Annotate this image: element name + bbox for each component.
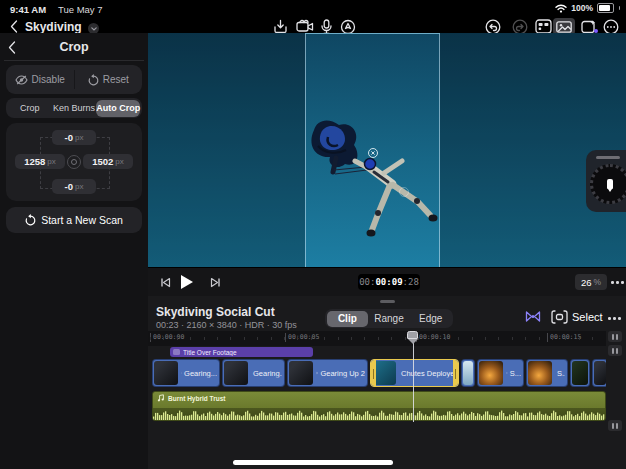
timeline-clip[interactable]: Gearing Up 2 (287, 359, 368, 387)
ruler-minor-tick (244, 337, 245, 340)
camera-icon (316, 370, 318, 377)
import-icon[interactable] (273, 19, 288, 34)
reset-label: Reset (103, 74, 129, 85)
timeline-clip[interactable]: Gearing... (222, 359, 285, 387)
viewer-more-button[interactable] (611, 281, 624, 284)
track-control-icon[interactable] (608, 420, 622, 431)
tab-ken-burns[interactable]: Ken Burns (52, 100, 96, 117)
playhead-handle[interactable] (407, 331, 418, 344)
link-icon[interactable] (67, 155, 81, 169)
crop-region[interactable] (305, 33, 440, 267)
disable-label: Disable (32, 74, 65, 85)
home-indicator[interactable] (233, 460, 393, 465)
crop-bottom-field[interactable]: -0 px (52, 179, 96, 194)
timeline-clip[interactable] (592, 359, 606, 387)
timeline-clip[interactable] (461, 359, 475, 387)
tab-range[interactable]: Range (368, 311, 410, 327)
trim-handle-left[interactable] (371, 360, 376, 386)
ruler-minor-tick (552, 337, 553, 340)
timeline-edge-controls (606, 331, 626, 455)
zoom-value: 26 (581, 277, 592, 288)
play-button[interactable] (181, 275, 193, 289)
trim-handle-right[interactable] (453, 360, 458, 386)
clip-label: S... (506, 369, 521, 378)
status-date: Tue May 7 (58, 4, 103, 15)
connections-icon[interactable] (525, 309, 541, 324)
previous-frame-icon[interactable] (160, 277, 171, 288)
selection-mode-tabs: Clip Range Edge (325, 309, 453, 328)
rescan-icon (25, 214, 36, 226)
zoom-unit: % (594, 277, 602, 287)
unit-label: px (75, 133, 83, 142)
clip-thumbnail (572, 361, 588, 385)
ruler-minor-tick (431, 337, 432, 340)
ruler-minor-tick (539, 337, 540, 340)
timeline-clip[interactable] (570, 359, 590, 387)
track-control-icon[interactable] (608, 345, 622, 356)
jog-wheel-panel[interactable] (586, 150, 626, 212)
tab-auto-crop[interactable]: Auto Crop (96, 100, 140, 117)
ruler-minor-tick (498, 337, 499, 340)
jog-wheel[interactable] (590, 164, 626, 204)
clip-thumbnail (594, 361, 606, 385)
title-clip[interactable]: Title Over Footage (170, 347, 313, 357)
clip-label: Gearing... (251, 369, 282, 378)
viewer-zoom-control[interactable]: 26 % (575, 274, 607, 290)
next-frame-icon[interactable] (210, 277, 221, 288)
camera-icon (506, 370, 508, 377)
ruler-tick: 00:00:05 (285, 333, 319, 342)
eye-off-icon (15, 75, 28, 85)
start-new-scan-button[interactable]: Start a New Scan (6, 207, 142, 233)
audio-clip[interactable]: Burnt Hybrid Trust (152, 391, 606, 421)
music-note-icon (157, 394, 165, 402)
ruler-minor-tick (391, 337, 392, 340)
timecode-display[interactable]: 00:00:09:28 (358, 274, 420, 290)
timeline-clip[interactable]: S... (526, 359, 568, 387)
divider (4, 60, 144, 61)
app-window: 9:41 AM Tue May 7 100% Skydiving (0, 0, 626, 469)
clip-brackets-icon[interactable] (551, 310, 568, 324)
ruler-minor-tick (230, 337, 231, 340)
timeline-panel: Skydiving Social Cut 00:23 · 2160 × 3840… (148, 296, 626, 469)
ruler-tick: 00:00:00 (150, 333, 184, 342)
crop-top-value: -0 (65, 132, 73, 143)
timeline-drag-handle[interactable] (380, 300, 395, 303)
track-control-icon[interactable] (608, 331, 622, 342)
disable-button[interactable]: Disable (6, 65, 74, 94)
chevron-down-icon (91, 27, 97, 31)
crop-left-field[interactable]: 1258 px (15, 154, 65, 169)
timecode-frames: :28 (403, 277, 419, 287)
title-clip-icon (173, 349, 180, 355)
timeline-clip[interactable]: Chutes Deployed (370, 359, 459, 387)
ruler-minor-tick (378, 337, 379, 340)
timecode-main: 00:09 (375, 277, 402, 287)
audio-clip-label-row: Burnt Hybrid Trust (157, 394, 225, 402)
timecode-hours: 00: (359, 277, 375, 287)
reset-button[interactable]: Reset (75, 65, 143, 94)
viewer[interactable] (148, 33, 626, 267)
playhead-line[interactable] (413, 331, 414, 422)
ruler-minor-tick (525, 337, 526, 340)
ruler-minor-tick (338, 337, 339, 340)
drag-handle[interactable] (596, 156, 620, 159)
ruler-minor-tick (217, 337, 218, 340)
timeline-clip[interactable]: S... (477, 359, 524, 387)
project-title[interactable]: Skydiving (25, 20, 82, 34)
tab-clip[interactable]: Clip (327, 311, 369, 327)
timeline-title: Skydiving Social Cut (156, 305, 275, 319)
audio-waveform (153, 409, 605, 420)
crop-right-field[interactable]: 1502 px (83, 154, 133, 169)
timeline-ruler[interactable]: 00:00:0000:00:0500:00:1000:00:15 (148, 331, 606, 346)
ruler-minor-tick (512, 337, 513, 340)
camera-icon[interactable] (296, 19, 314, 34)
back-chevron-icon[interactable] (10, 20, 18, 33)
tab-crop[interactable]: Crop (8, 100, 52, 117)
tab-edge[interactable]: Edge (410, 311, 452, 327)
timeline-clip[interactable]: Gearing... (152, 359, 220, 387)
ruler-minor-tick (297, 337, 298, 340)
select-button[interactable]: Select (572, 311, 603, 323)
wifi-icon (555, 4, 567, 13)
timeline-more-button[interactable] (608, 317, 621, 320)
crop-top-field[interactable]: -0 px (52, 130, 96, 145)
clip-settings-icon[interactable] (535, 19, 552, 34)
